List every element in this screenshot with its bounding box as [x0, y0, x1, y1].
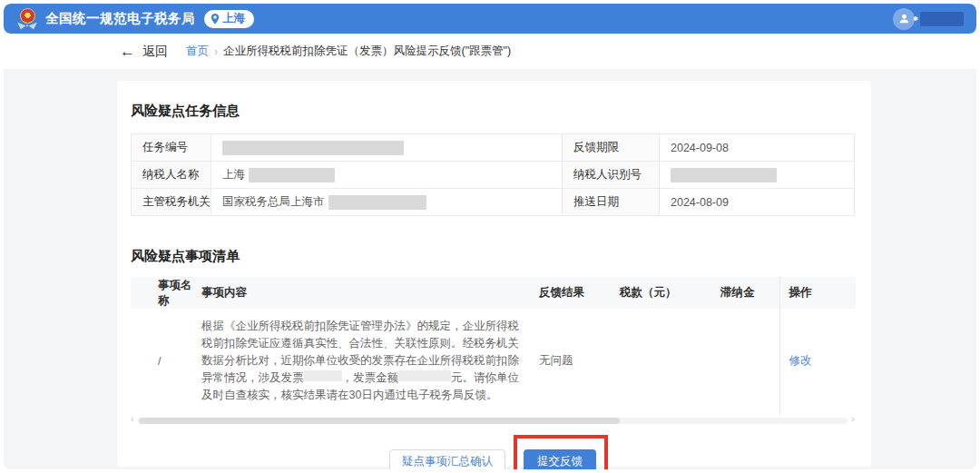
column-header-operation: 操作: [779, 277, 856, 309]
field-value-task-number: [211, 134, 563, 162]
tax-bureau-emblem-icon: [16, 8, 38, 30]
scrollbar-left-arrow-icon[interactable]: ‹: [131, 413, 134, 424]
table-row: 主管税务机关 国家税务总局上海市 推送日期 2024-08-09: [132, 189, 855, 216]
user-name-redacted[interactable]: [920, 12, 964, 26]
redacted-value: [304, 370, 342, 381]
user-avatar[interactable]: [893, 8, 915, 30]
redacted-value: [249, 168, 335, 182]
operation-cell: 修改: [779, 309, 856, 415]
table-row: 任务编号 反馈期限 2024-09-08: [132, 134, 855, 162]
breadcrumb-separator-icon: ›: [214, 45, 218, 58]
field-value-tax-authority: 国家税务总局上海市: [211, 189, 563, 216]
redacted-value: [671, 168, 777, 182]
field-label: 纳税人识别号: [563, 162, 660, 189]
main-card: 风险疑点任务信息 任务编号 反馈期限 2024-09-08 纳税人名称 上海: [117, 81, 871, 467]
item-name-cell: /: [131, 309, 201, 415]
field-label: 主管税务机关: [132, 189, 211, 216]
tax-amount-cell: [607, 309, 720, 415]
column-header-late-fee: 滞纳金: [720, 277, 779, 309]
items-section-title: 风险疑点事项清单: [131, 248, 855, 265]
field-value-feedback-deadline: 2024-09-08: [660, 134, 855, 162]
location-selector[interactable]: 上海: [204, 10, 254, 28]
scrollbar-right-arrow-icon[interactable]: ›: [851, 413, 855, 424]
feedback-result-cell: 无问题: [539, 309, 607, 415]
submit-feedback-button[interactable]: 提交反馈: [524, 449, 596, 469]
field-value-taxpayer-name: 上海: [211, 162, 563, 189]
breadcrumb-current-page: 企业所得税税前扣除凭证（发票）风险提示反馈("跟票管"): [223, 44, 511, 59]
breadcrumb-bar: ← 返回 首页 › 企业所得税税前扣除凭证（发票）风险提示反馈("跟票管"): [4, 34, 976, 69]
field-label: 任务编号: [132, 134, 211, 162]
item-content-cell: 根据《企业所得税税前扣除凭证管理办法》的规定，企业所得税税前扣除凭证应遵循真实性…: [201, 309, 539, 415]
late-fee-cell: [720, 309, 779, 415]
horizontal-scrollbar[interactable]: ‹ ›: [131, 417, 855, 425]
page-background: 风险疑点任务信息 任务编号 反馈期限 2024-09-08 纳税人名称 上海: [4, 69, 976, 469]
footer-actions: 疑点事项汇总确认 提交反馈: [131, 449, 855, 469]
column-header-tax-amount: 税款（元）: [607, 277, 720, 309]
table-row: 纳税人名称 上海 纳税人识别号: [132, 162, 855, 189]
summary-confirm-button[interactable]: 疑点事项汇总确认: [389, 449, 505, 469]
field-value-taxpayer-id: [660, 162, 855, 189]
risk-items-table: 事项名称 事项内容 反馈结果 税款（元） 滞纳金 操作 / 根据《企业所得税税前…: [131, 277, 856, 415]
top-header-bar: 全国统一规范电子税务局 上海: [4, 4, 976, 34]
field-value-push-date: 2024-08-09: [660, 189, 855, 216]
breadcrumb: 首页 › 企业所得税税前扣除凭证（发票）风险提示反馈("跟票管"): [186, 44, 511, 59]
field-label: 反馈期限: [563, 134, 660, 162]
redacted-value: [328, 195, 426, 210]
app-title: 全国统一规范电子税务局: [45, 10, 195, 27]
redacted-value: [222, 141, 404, 155]
breadcrumb-home-link[interactable]: 首页: [186, 44, 209, 59]
table-row: / 根据《企业所得税税前扣除凭证管理办法》的规定，企业所得税税前扣除凭证应遵循真…: [131, 309, 856, 415]
column-header-item-name: 事项名称: [131, 277, 201, 309]
back-arrow-icon: ←: [120, 44, 135, 59]
table-header-row: 事项名称 事项内容 反馈结果 税款（元） 滞纳金 操作: [131, 277, 856, 309]
location-pin-icon: [211, 14, 220, 25]
back-label: 返回: [142, 44, 168, 60]
back-button[interactable]: ← 返回: [120, 44, 168, 60]
location-label: 上海: [222, 11, 245, 26]
task-info-table: 任务编号 反馈期限 2024-09-08 纳税人名称 上海 纳税人识别号: [131, 133, 855, 216]
field-label: 纳税人名称: [132, 162, 211, 189]
page-frame: 全国统一规范电子税务局 上海 ← 返回 首页 › 企业所得税税前扣除凭证（发票）…: [4, 4, 976, 469]
column-header-item-content: 事项内容: [201, 277, 539, 309]
task-info-section-title: 风险疑点任务信息: [131, 103, 855, 120]
scrollbar-thumb[interactable]: [139, 418, 620, 424]
field-label: 推送日期: [563, 189, 660, 216]
redacted-value: [398, 370, 451, 381]
modify-link[interactable]: 修改: [789, 354, 812, 367]
column-header-feedback-result: 反馈结果: [539, 277, 607, 309]
person-icon: [898, 13, 910, 25]
